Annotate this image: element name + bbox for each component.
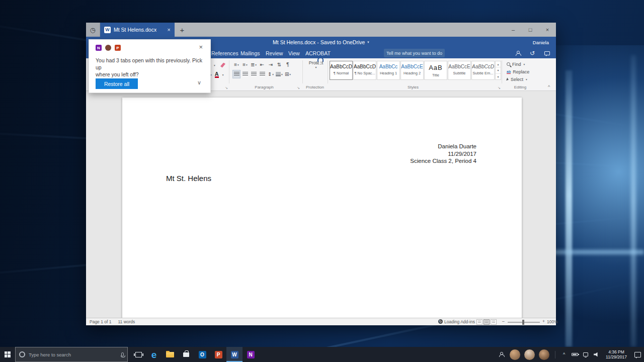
style-no-spacing[interactable]: AaBbCcDc ¶ No Spac... xyxy=(353,61,376,80)
word-count[interactable]: 11 words xyxy=(118,319,135,324)
style-subtitle[interactable]: AaBbCcE Subtitle xyxy=(448,61,471,80)
sort-icon[interactable]: ⇅ xyxy=(276,61,283,68)
style-heading-2[interactable]: AaBbCcE Heading 2 xyxy=(400,61,424,80)
maximize-button[interactable]: □ xyxy=(522,23,539,37)
style-normal[interactable]: AaBbCcDc ¶ Normal xyxy=(330,61,353,80)
taskbar-search[interactable] xyxy=(15,347,128,362)
print-layout-icon[interactable] xyxy=(484,319,490,325)
share-person-icon[interactable] xyxy=(516,51,520,56)
zoom-in-button[interactable]: + xyxy=(542,319,545,324)
outlook-icon: O xyxy=(199,351,206,358)
contact-avatar[interactable] xyxy=(524,349,535,360)
font-group-partial: ▾ xyxy=(211,61,226,69)
text-highlight-icon[interactable] xyxy=(219,61,226,69)
taskbar-word-active[interactable]: W xyxy=(226,347,243,362)
page-indicator[interactable]: Page 1 of 1 xyxy=(90,319,111,324)
align-center-icon[interactable] xyxy=(242,70,249,78)
search-input[interactable] xyxy=(29,352,118,357)
popup-close-icon[interactable]: × xyxy=(199,43,203,51)
zoom-level[interactable]: 100% xyxy=(547,319,558,324)
date-line: 11/29/2017 xyxy=(410,150,476,158)
activity-history-icon[interactable]: ↺ xyxy=(530,50,535,56)
align-right-icon[interactable] xyxy=(250,70,257,78)
tab-review[interactable]: Review xyxy=(266,48,283,58)
taskbar-clock[interactable]: 4:36 PM 11/29/2017 xyxy=(606,349,627,359)
decrease-indent-icon[interactable]: ⇤ xyxy=(259,61,266,68)
taskbar-edge[interactable]: e xyxy=(146,347,162,362)
align-left-icon[interactable] xyxy=(233,70,240,78)
shading-icon[interactable]: ▾ xyxy=(276,70,283,78)
website-favicon xyxy=(105,45,111,51)
restore-all-button[interactable]: Restore all xyxy=(96,78,138,89)
tab-view[interactable]: View xyxy=(288,48,300,58)
justify-icon[interactable] xyxy=(259,70,266,78)
battery-icon[interactable] xyxy=(572,353,578,356)
task-view-button[interactable] xyxy=(131,347,146,362)
document-tab[interactable]: W Mt St Helens.docx × xyxy=(100,23,175,37)
taskbar-store[interactable] xyxy=(178,347,194,362)
people-button[interactable] xyxy=(495,347,508,362)
document-title-text: Mt St. Helens xyxy=(166,174,211,183)
taskbar-file-explorer[interactable] xyxy=(162,347,178,362)
read-mode-icon[interactable] xyxy=(476,319,482,325)
taskbar-powerpoint[interactable]: P xyxy=(210,347,226,362)
hidden-icons-chevron-icon[interactable]: ^ xyxy=(559,352,569,357)
font-dropdown-caret-icon[interactable]: ▾ xyxy=(211,61,218,69)
styles-expand-icon[interactable]: ▾ xyxy=(496,74,501,79)
line-spacing-icon[interactable]: ⇕▾ xyxy=(267,70,274,78)
find-button[interactable]: Find ▾ xyxy=(507,60,529,68)
taskbar-outlook[interactable]: O xyxy=(194,347,210,362)
tab-acrobat[interactable]: ACROBAT xyxy=(305,48,331,58)
view-switcher xyxy=(476,319,497,325)
paragraph-dialog-launcher-icon[interactable]: ↘ xyxy=(297,86,300,90)
signed-in-user[interactable]: Daniela xyxy=(533,40,549,45)
protection-group-label: Protection xyxy=(301,85,329,89)
previous-tabs-button[interactable]: ◷ xyxy=(86,23,100,37)
popup-expand-chevron-icon[interactable]: ∨ xyxy=(197,79,201,86)
multilevel-list-icon[interactable]: ≣▾ xyxy=(250,61,257,68)
replace-button[interactable]: ab Replace xyxy=(507,68,529,75)
protect-button[interactable]: Protect ▾ xyxy=(305,60,327,69)
select-button[interactable]: Select ▾ xyxy=(507,75,529,83)
feedback-comment-icon[interactable] xyxy=(544,51,550,55)
tab-mailings[interactable]: Mailings xyxy=(240,48,260,58)
styles-scroll-down-icon[interactable]: ▾ xyxy=(496,67,501,73)
close-button[interactable]: × xyxy=(539,23,556,37)
paragraph-row-2: ⇕▾ ▾ ⊞▾ xyxy=(233,70,291,78)
contact-avatar[interactable] xyxy=(539,349,549,360)
show-paragraph-marks-icon[interactable]: ¶ xyxy=(284,61,291,68)
speaker-icon[interactable] xyxy=(594,352,599,357)
windows-logo-icon xyxy=(5,351,11,358)
edge-icon: e xyxy=(151,350,157,359)
taskbar-onenote[interactable]: N xyxy=(243,347,259,362)
action-center-button[interactable] xyxy=(631,347,644,362)
zoom-slider[interactable] xyxy=(508,322,540,323)
numbering-icon[interactable]: ≡▾ xyxy=(242,61,249,68)
increase-indent-icon[interactable]: ⇥ xyxy=(267,61,274,68)
caret-icon[interactable]: ▾ xyxy=(222,73,224,76)
tab-references[interactable]: References xyxy=(211,48,238,58)
style-title[interactable]: AaB Title xyxy=(424,61,447,80)
contact-avatar[interactable] xyxy=(510,349,520,360)
zoom-out-button[interactable]: – xyxy=(502,319,505,324)
document-page[interactable]: Daniela Duarte 11/29/2017 Science Class … xyxy=(122,98,522,318)
minimize-button[interactable]: – xyxy=(505,23,522,37)
zoom-slider-thumb[interactable] xyxy=(522,320,524,325)
bullets-icon[interactable]: ≡▾ xyxy=(233,61,240,68)
web-layout-icon[interactable] xyxy=(491,319,497,325)
tell-me-box[interactable]: Tell me what you want to do xyxy=(384,49,445,57)
tab-close-icon[interactable]: × xyxy=(168,27,171,33)
start-button[interactable] xyxy=(0,347,15,362)
styles-scroll-up-icon[interactable]: ▴ xyxy=(496,61,501,67)
microphone-icon[interactable] xyxy=(121,352,124,356)
network-icon[interactable] xyxy=(583,352,588,356)
font-dialog-launcher-icon[interactable]: ↘ xyxy=(225,86,228,90)
collapse-ribbon-icon[interactable]: ^ xyxy=(548,84,550,89)
style-subtle-emphasis[interactable]: AaBbCcDc Subtle Em... xyxy=(471,61,495,80)
styles-dialog-launcher-icon[interactable]: ↘ xyxy=(498,86,501,90)
font-color-icon[interactable]: A xyxy=(213,71,220,78)
new-tab-button[interactable]: + xyxy=(175,23,190,37)
borders-icon[interactable]: ⊞▾ xyxy=(284,70,291,78)
style-heading-1[interactable]: AaBbCc Heading 1 xyxy=(377,61,400,80)
saved-status-caret-icon[interactable]: ▾ xyxy=(367,40,369,44)
